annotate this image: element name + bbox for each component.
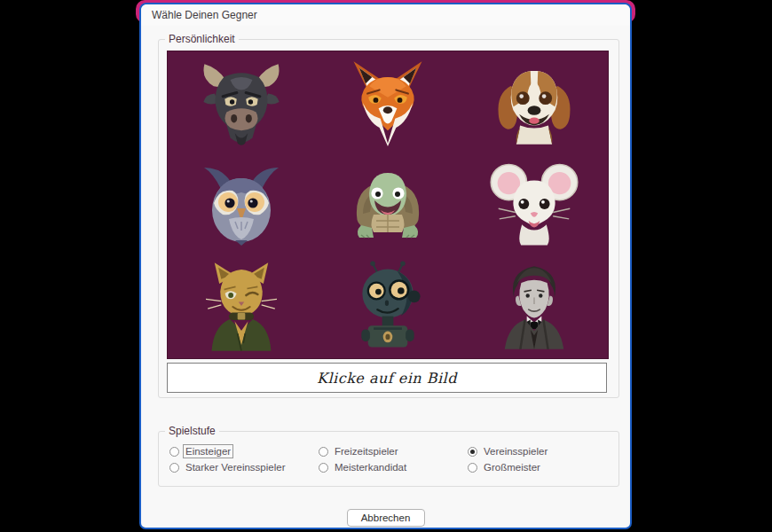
radio-icon[interactable] xyxy=(319,447,328,457)
avatar-grid xyxy=(167,51,609,359)
radio-label: Einsteiger xyxy=(184,445,232,458)
radio-option-einsteiger[interactable]: Einsteiger xyxy=(169,445,319,458)
radio-icon[interactable] xyxy=(468,463,477,473)
radio-label: Starker Vereinsspieler xyxy=(184,461,288,473)
radio-icon[interactable] xyxy=(468,447,477,457)
radio-icon[interactable] xyxy=(319,463,328,473)
caption-text: Klicke auf ein Bild xyxy=(317,370,457,387)
levels-groupbox: Spielstufe Einsteiger Freizeitspieler Ve… xyxy=(158,431,619,487)
cat-icon xyxy=(193,259,289,355)
radio-label: Vereinsspieler xyxy=(482,445,549,458)
radio-option-vereinsspieler[interactable]: Vereinsspieler xyxy=(468,445,617,458)
radio-option-meisterkandidat[interactable]: Meisterkandidat xyxy=(319,461,468,473)
turtle-icon xyxy=(343,160,432,249)
avatar-dog[interactable] xyxy=(468,54,601,152)
fox-icon xyxy=(342,57,434,149)
radio-icon[interactable] xyxy=(169,447,179,457)
avatar-man-portrait[interactable] xyxy=(468,258,601,356)
dog-icon xyxy=(487,56,581,150)
radio-option-grossmeister[interactable]: Großmeister xyxy=(468,461,617,473)
avatar-robot[interactable] xyxy=(321,258,454,356)
avatar-bull[interactable] xyxy=(175,54,308,152)
radio-option-starker-vereinsspieler[interactable]: Starker Vereinsspieler xyxy=(169,461,319,473)
personality-legend: Persönlichkeit xyxy=(165,33,239,46)
owl-icon xyxy=(197,160,286,249)
personality-groupbox: Persönlichkeit xyxy=(158,39,619,398)
radio-label: Meisterkandidat xyxy=(333,461,408,473)
avatar-owl[interactable] xyxy=(175,156,308,254)
avatar-mouse[interactable] xyxy=(468,156,601,254)
title-bar[interactable]: Wähle Deinen Gegner xyxy=(141,4,630,26)
radio-label: Freizeitspieler xyxy=(333,445,400,458)
radio-icon[interactable] xyxy=(169,463,179,473)
cancel-button[interactable]: Abbrechen xyxy=(347,509,425,527)
opponent-dialog: Wähle Deinen Gegner Persönlichkeit xyxy=(139,3,632,529)
avatar-cat[interactable] xyxy=(175,258,308,356)
bull-icon xyxy=(195,57,288,149)
mouse-icon xyxy=(487,158,581,252)
robot-icon xyxy=(341,260,435,354)
levels-legend: Spielstufe xyxy=(165,425,219,438)
avatar-fox[interactable] xyxy=(321,54,454,152)
levels-grid: Einsteiger Freizeitspieler Vereinsspiele… xyxy=(169,443,615,475)
caption-bar: Klicke auf ein Bild xyxy=(167,363,607,393)
avatar-turtle[interactable] xyxy=(321,156,454,254)
radio-option-freizeitspieler[interactable]: Freizeitspieler xyxy=(319,445,468,458)
man-portrait-icon xyxy=(488,261,580,353)
radio-label: Großmeister xyxy=(482,461,542,473)
dialog-title: Wähle Deinen Gegner xyxy=(152,9,257,21)
